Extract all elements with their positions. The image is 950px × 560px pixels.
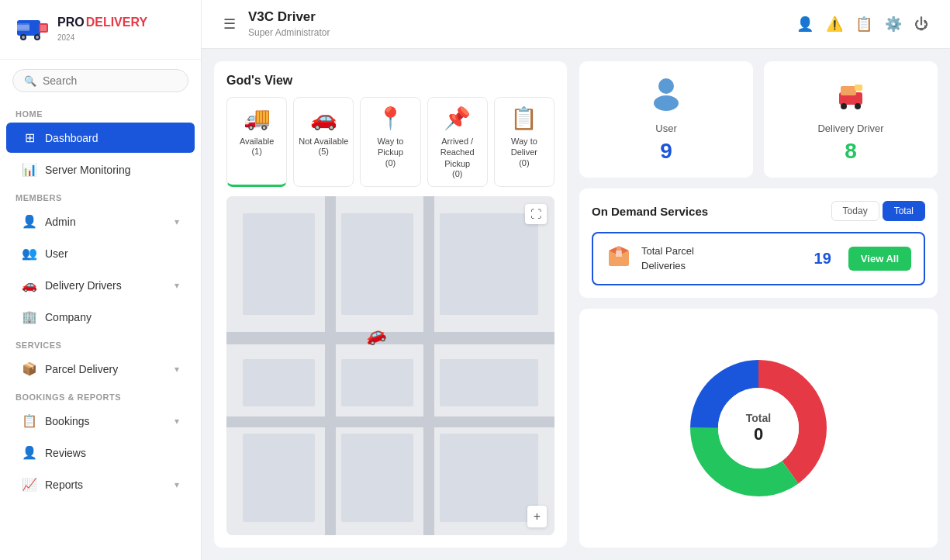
gear-icon[interactable]: ⚙️ xyxy=(885,16,902,33)
map-expand-button[interactable]: ⛶ xyxy=(525,204,547,224)
status-count: (0) xyxy=(385,158,396,168)
location-icon: 📌 xyxy=(444,105,471,131)
power-icon[interactable]: ⏻ xyxy=(914,16,928,33)
map-road-v2 xyxy=(423,196,434,535)
svg-rect-15 xyxy=(855,85,862,91)
map-road-h1 xyxy=(226,332,554,344)
truck-icon: 🚚 xyxy=(244,105,271,131)
status-card-not-available[interactable]: 🚗 Not Available (5) xyxy=(293,97,354,187)
status-count: (0) xyxy=(519,158,529,168)
sidebar-item-delivery-drivers[interactable]: 🚗 Delivery Drivers ▾ xyxy=(6,270,195,300)
svg-point-13 xyxy=(841,103,847,109)
dashboard-body: God's View 🚚 Available (1) 🚗 Not Availab… xyxy=(202,49,950,560)
sidebar: PRO DELIVERY 2024 🔍 HOME ⊞ Dashboard 📊 S… xyxy=(0,0,202,560)
map-block6 xyxy=(440,359,538,406)
gods-view-title: God's View xyxy=(226,74,554,88)
stats-row: User 9 Delivery Driver 8 xyxy=(579,61,938,178)
logo-delivery: DELIVERY xyxy=(86,16,147,29)
sidebar-item-reviews[interactable]: 👤 Reviews xyxy=(6,437,195,468)
status-count: (0) xyxy=(452,169,462,178)
map-block8 xyxy=(341,434,413,522)
sidebar-item-label: Dashboard xyxy=(45,132,98,144)
header: ☰ V3C Driver Super Administrator 👤 ⚠️ 📋 … xyxy=(202,0,950,49)
today-toggle[interactable]: Today xyxy=(831,201,879,221)
driver-stat-card: Delivery Driver 8 xyxy=(764,61,938,178)
donut-label: Total xyxy=(746,412,771,424)
map-block9 xyxy=(440,434,538,522)
deliver-icon: 📋 xyxy=(510,105,537,131)
main-content: ☰ V3C Driver Super Administrator 👤 ⚠️ 📋 … xyxy=(202,0,950,560)
car-icon: 🚗 xyxy=(22,278,37,292)
chevron-down-icon: ▾ xyxy=(174,216,179,227)
status-label: Way to Deliver xyxy=(499,136,549,158)
svg-point-8 xyxy=(36,36,39,39)
svg-rect-4 xyxy=(40,25,47,31)
view-all-button[interactable]: View All xyxy=(848,247,911,271)
sidebar-item-label: Parcel Delivery xyxy=(45,363,118,375)
map-zoom-button[interactable]: + xyxy=(527,506,547,527)
chevron-down-icon: ▾ xyxy=(174,479,179,490)
map-car: 🚗 xyxy=(361,322,388,348)
sidebar-item-label: Reports xyxy=(45,479,83,491)
alert-icon[interactable]: ⚠️ xyxy=(826,16,843,33)
search-input[interactable] xyxy=(43,74,177,87)
sidebar-item-label: Reviews xyxy=(45,447,86,459)
sidebar-item-user[interactable]: 👥 User xyxy=(6,238,195,268)
donut-value: 0 xyxy=(746,424,771,444)
map-block2 xyxy=(341,213,413,315)
menu-icon[interactable]: ☰ xyxy=(223,16,236,33)
status-label: Way to Pickup xyxy=(365,136,415,158)
toggle-buttons: Today Total xyxy=(831,201,925,221)
status-card-arrived[interactable]: 📌 Arrived / Reached Pickup (0) xyxy=(427,97,488,187)
chart-icon: 📊 xyxy=(22,162,37,177)
header-title: V3C Driver Super Administrator xyxy=(248,9,787,39)
logo-year: 2024 xyxy=(57,33,74,42)
status-count: (5) xyxy=(319,147,329,156)
map-container: 🚗 ⛶ + xyxy=(226,196,554,535)
delivery-count: 19 xyxy=(814,250,831,268)
sidebar-item-label: Bookings xyxy=(45,415,90,427)
status-card-deliver[interactable]: 📋 Way to Deliver (0) xyxy=(494,97,554,187)
delivery-label: Total ParcelDeliveries xyxy=(641,244,805,272)
sidebar-item-reports[interactable]: 📈 Reports ▾ xyxy=(6,469,195,500)
sidebar-item-label: Delivery Drivers xyxy=(45,279,122,292)
clipboard-icon: 📋 xyxy=(22,413,37,428)
user-icon[interactable]: 👤 xyxy=(796,16,814,33)
sidebar-item-parcel-delivery[interactable]: 📦 Parcel Delivery ▾ xyxy=(6,354,195,384)
sidebar-item-label: Server Monitoring xyxy=(45,164,131,176)
driver-stat-label: Delivery Driver xyxy=(817,123,883,134)
pin-icon: 📍 xyxy=(377,105,404,131)
truck-red-icon: 🚗 xyxy=(310,105,337,131)
section-bookings: BOOKINGS & REPORTS xyxy=(0,385,201,405)
page-subtitle: Super Administrator xyxy=(248,27,330,38)
logo-icon xyxy=(16,12,50,47)
document-icon[interactable]: 📋 xyxy=(855,16,872,33)
total-toggle[interactable]: Total xyxy=(883,201,925,221)
sidebar-item-admin[interactable]: 👤 Admin ▾ xyxy=(6,206,195,237)
sidebar-item-server-monitoring[interactable]: 📊 Server Monitoring xyxy=(6,154,195,185)
user-stat-card: User 9 xyxy=(579,61,753,178)
status-card-available[interactable]: 🚚 Available (1) xyxy=(226,97,287,187)
building-icon: 🏢 xyxy=(22,309,37,324)
status-card-way-to-pickup[interactable]: 📍 Way to Pickup (0) xyxy=(360,97,420,187)
status-label: Arrived / Reached Pickup xyxy=(433,136,482,169)
donut-container: Total 0 xyxy=(579,309,938,548)
status-count: (1) xyxy=(251,147,261,156)
donut-chart: Total 0 xyxy=(681,351,836,506)
sidebar-item-company[interactable]: 🏢 Company xyxy=(6,302,195,332)
section-members: MEMBERS xyxy=(0,185,201,206)
svg-point-10 xyxy=(654,95,679,111)
svg-point-9 xyxy=(658,78,674,94)
sidebar-item-bookings[interactable]: 📋 Bookings ▾ xyxy=(6,406,195,436)
on-demand-card: On Demand Services Today Total xyxy=(579,188,938,298)
status-cards: 🚚 Available (1) 🚗 Not Available (5) 📍 Wa… xyxy=(226,97,554,187)
user-stat-label: User xyxy=(655,123,676,134)
user-stat-icon xyxy=(648,75,684,118)
map-road-h2 xyxy=(226,417,554,427)
section-services: SERVICES xyxy=(0,333,201,353)
search-box[interactable]: 🔍 xyxy=(12,69,188,92)
parcel-icon xyxy=(606,243,632,275)
sidebar-item-dashboard[interactable]: ⊞ Dashboard xyxy=(6,123,195,153)
gods-view-card: God's View 🚚 Available (1) 🚗 Not Availab… xyxy=(214,61,567,548)
status-label: Not Available xyxy=(299,136,348,147)
